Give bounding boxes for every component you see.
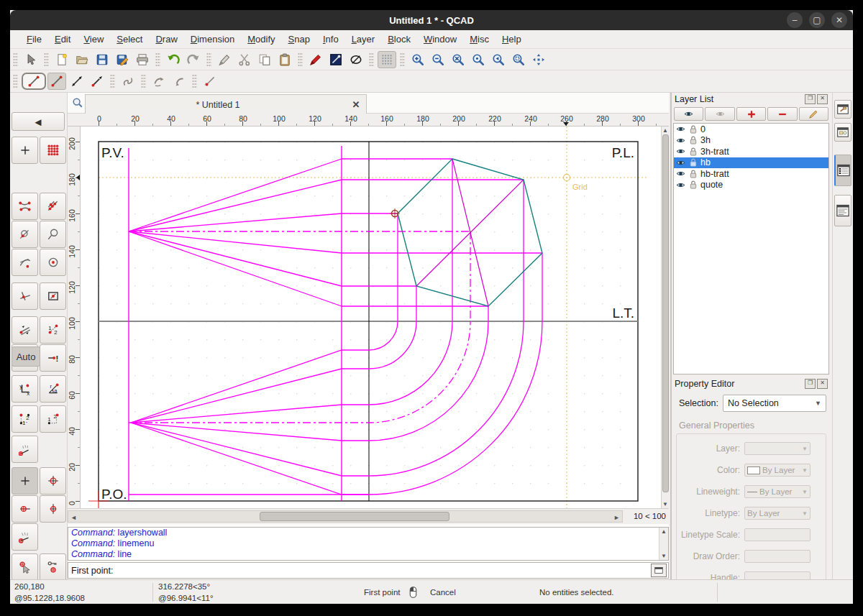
snap-middle-button[interactable] (40, 282, 66, 310)
relative-polar-button[interactable]: 21 (40, 405, 66, 433)
command-history-scrollbar[interactable]: ▲ ▼ (659, 528, 668, 560)
menu-view[interactable]: View (77, 32, 110, 47)
snap-perpendicular-button[interactable] (12, 282, 38, 310)
toolbar-drag-handle[interactable] (298, 52, 303, 67)
redo-button[interactable] (184, 51, 203, 68)
restrict-vertical-button[interactable] (40, 495, 66, 523)
vertical-scrollbar[interactable]: ▲ ▼ (661, 127, 669, 508)
new-document-button[interactable] (52, 51, 71, 68)
snap-grid-button[interactable] (40, 137, 66, 164)
line-tool-current-button[interactable] (22, 73, 46, 90)
selection-combobox[interactable]: No Selection ▼ (723, 395, 826, 412)
snap-on-entity-button[interactable] (40, 193, 66, 220)
layer-list-panel-toggle-button[interactable] (834, 155, 851, 186)
toolbar-drag-handle[interactable] (13, 52, 18, 67)
layer-row-3h[interactable]: 3h (674, 135, 828, 147)
toolbar-drag-handle[interactable] (155, 52, 160, 67)
zoom-in-button[interactable] (408, 51, 427, 68)
open-document-button[interactable] (73, 51, 91, 68)
property-editor-panel-toggle-button[interactable] (834, 195, 851, 226)
layer-row-hb-tratt[interactable]: hb-tratt (674, 168, 828, 180)
property-dropdown[interactable]: By Layer▼ (744, 485, 811, 498)
previous-view-button[interactable] (489, 51, 508, 68)
block-list-panel-toggle-button[interactable] (834, 100, 851, 119)
line-arrow-end-button[interactable] (88, 73, 106, 90)
scroll-up-icon[interactable]: ▲ (659, 528, 668, 535)
command-input[interactable] (113, 562, 651, 579)
selection-pointer-button[interactable] (22, 51, 40, 68)
auto-snap-button[interactable]: Auto (12, 346, 40, 367)
layer-row-3h-tratt[interactable]: 3h-tratt (674, 146, 828, 157)
polyline-reverse-button[interactable] (150, 73, 168, 90)
menu-window[interactable]: Window (417, 32, 463, 47)
snap-center-button[interactable] (40, 249, 66, 276)
document-tab[interactable]: * Untitled 1 ✕ (85, 94, 367, 114)
float-panel-icon[interactable]: ❐ (805, 94, 816, 104)
property-dropdown[interactable]: By Layer▼ (744, 507, 811, 520)
restrict-orthogonal-button[interactable] (40, 467, 66, 495)
coordinate-cartesian-button[interactable]: yx (12, 375, 38, 403)
polyline-trim-button[interactable] (170, 73, 188, 90)
menu-misc[interactable]: Misc (463, 32, 496, 47)
freehand-line-button[interactable] (119, 73, 137, 90)
property-dropdown[interactable]: ▼ (744, 442, 811, 455)
menu-file[interactable]: File (20, 32, 48, 47)
add-layer-button[interactable] (736, 107, 766, 121)
print-button[interactable] (133, 51, 152, 68)
tab-close-icon[interactable]: ✕ (350, 99, 362, 111)
menu-dimension[interactable]: Dimension (184, 32, 241, 47)
zoom-out-button[interactable] (429, 51, 447, 68)
remove-entity-button[interactable] (347, 51, 365, 68)
scroll-left-icon[interactable]: ◄ (70, 514, 77, 521)
lock-relative-zero-button[interactable] (40, 553, 66, 581)
snap-endpoints-button[interactable] (12, 193, 38, 220)
close-button[interactable]: ✕ (831, 12, 847, 28)
edit-layer-button[interactable] (799, 107, 828, 121)
property-painter-button[interactable] (306, 51, 325, 68)
scroll-down-icon[interactable]: ▼ (662, 501, 669, 507)
close-panel-icon[interactable]: ✕ (817, 379, 828, 389)
property-dropdown[interactable]: By Layer▼ (744, 464, 811, 477)
drawing-preferences-button[interactable] (327, 51, 345, 68)
toolbar-drag-handle[interactable] (44, 52, 49, 67)
property-input[interactable] (744, 550, 811, 563)
library-browser-panel-toggle-button[interactable] (834, 123, 851, 142)
hide-all-layers-button[interactable] (705, 107, 734, 121)
grid-toggle-button[interactable] (378, 51, 396, 68)
undo-button[interactable] (164, 51, 183, 68)
restrict-horizontal-button[interactable] (12, 495, 38, 523)
pen-edit-button[interactable] (215, 51, 234, 68)
drawing-canvas[interactable]: GridP.V.P.L.L.T.P.O. ▲ ▼ (81, 127, 669, 508)
snap-parallel-button[interactable] (12, 316, 38, 344)
layer-row-quote[interactable]: quote (674, 180, 828, 191)
line-two-points-button[interactable] (47, 73, 66, 90)
float-panel-icon[interactable]: ❐ (805, 379, 816, 389)
snap-tangent-button[interactable] (12, 249, 38, 276)
command-history[interactable]: Command: layershowallCommand: linemenuCo… (68, 527, 669, 561)
toolbar-drag-handle[interactable] (206, 52, 211, 67)
construction-ray-button[interactable] (201, 73, 219, 90)
snap-auto-exclude-button[interactable]: ! (40, 344, 66, 372)
menu-select[interactable]: Select (110, 32, 149, 47)
restrict-angle-button[interactable] (12, 523, 38, 551)
horizontal-scrollbar[interactable]: ◄ ► (68, 510, 623, 523)
scroll-right-icon[interactable]: ► (613, 514, 620, 521)
menu-info[interactable]: Info (316, 32, 345, 47)
snap-intersection-button[interactable] (12, 221, 38, 248)
menu-draw[interactable]: Draw (149, 32, 183, 47)
close-panel-icon[interactable]: ✕ (817, 94, 828, 104)
line-arrow-both-button[interactable] (68, 73, 86, 90)
toolbar-drag-handle[interactable] (110, 74, 115, 88)
toolbar-drag-handle[interactable] (13, 74, 18, 88)
layer-row-hb[interactable]: hb (674, 157, 828, 169)
paste-button[interactable] (275, 51, 294, 68)
zoom-one-button[interactable] (469, 51, 488, 68)
maximize-button[interactable]: ▢ (809, 12, 825, 28)
snap-cursor-button[interactable] (12, 553, 38, 581)
menu-modify[interactable]: Modify (241, 32, 281, 47)
scroll-up-icon[interactable]: ▲ (662, 127, 669, 134)
layer-row-0[interactable]: 0 (674, 124, 828, 135)
toolbar-drag-handle[interactable] (192, 74, 197, 88)
show-all-layers-button[interactable] (674, 107, 703, 121)
snap-distance-12-button[interactable]: 21 (40, 316, 66, 344)
